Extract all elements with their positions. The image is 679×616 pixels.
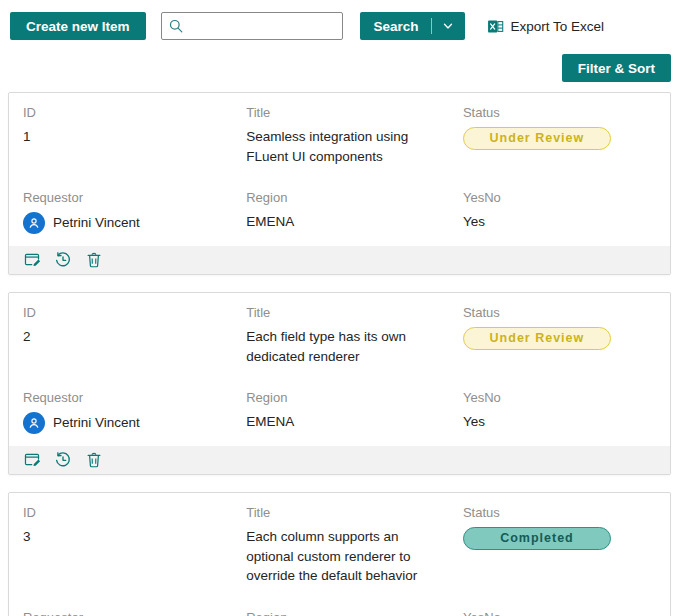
list-card: ID 2 Title Each field type has its own d…: [8, 292, 671, 475]
search-input[interactable]: [190, 13, 336, 39]
id-value: 2: [23, 327, 232, 347]
chevron-down-icon[interactable]: [441, 19, 455, 33]
edit-icon[interactable]: [21, 449, 43, 471]
edit-icon[interactable]: [21, 249, 43, 271]
status-label: Status: [463, 505, 656, 520]
requestor-label: Requestor: [23, 610, 232, 616]
person-icon: [23, 412, 45, 434]
id-label: ID: [23, 305, 232, 320]
card-row-1: ID 1 Title Seamless integration using FL…: [9, 93, 670, 166]
title-value: Seamless integration using FLuent UI com…: [246, 127, 449, 166]
card-row-1: ID 2 Title Each field type has its own d…: [9, 293, 670, 366]
card-row-2: Requestor Petrini Vincent Region EMENA Y…: [9, 378, 670, 446]
yesno-value: Yes: [463, 412, 656, 432]
toolbar: Create new Item Search: [0, 10, 679, 46]
search-icon: [168, 18, 184, 34]
search-button[interactable]: Search: [360, 12, 465, 40]
create-new-item-button[interactable]: Create new Item: [10, 12, 146, 40]
yesno-label: YesNo: [463, 610, 656, 616]
id-label: ID: [23, 105, 232, 120]
history-icon[interactable]: [52, 449, 74, 471]
title-value: Each field type has its own dedicated re…: [246, 327, 449, 366]
requestor-value: Petrini Vincent: [53, 213, 140, 233]
requestor-persona: Petrini Vincent: [23, 212, 232, 234]
yesno-value: Yes: [463, 212, 656, 232]
card-row-2: Requestor Petrini Vincent Region AOA Yes…: [9, 598, 670, 616]
region-label: Region: [246, 610, 449, 616]
requestor-label: Requestor: [23, 190, 232, 205]
list-page: Create new Item Search: [0, 0, 679, 616]
id-label: ID: [23, 505, 232, 520]
search-button-label: Search: [374, 19, 419, 34]
split-divider: [431, 18, 432, 34]
trash-icon[interactable]: [83, 249, 105, 271]
card-row-1: ID 3 Title Each column supports an optio…: [9, 493, 670, 586]
id-value: 1: [23, 127, 232, 147]
history-icon[interactable]: [52, 249, 74, 271]
yesno-label: YesNo: [463, 390, 656, 405]
title-label: Title: [246, 505, 449, 520]
title-value: Each column supports an optional custom …: [246, 527, 449, 586]
export-to-excel-label: Export To Excel: [511, 19, 605, 34]
yesno-label: YesNo: [463, 190, 656, 205]
status-badge: Completed: [463, 527, 611, 550]
title-label: Title: [246, 305, 449, 320]
person-icon: [23, 212, 45, 234]
status-badge: Under Review: [463, 127, 611, 150]
requestor-value: Petrini Vincent: [53, 413, 140, 433]
status-badge: Under Review: [463, 327, 611, 350]
title-label: Title: [246, 105, 449, 120]
region-label: Region: [246, 190, 449, 205]
region-label: Region: [246, 390, 449, 405]
list-card: ID 1 Title Seamless integration using FL…: [8, 92, 671, 275]
status-label: Status: [463, 105, 656, 120]
trash-icon[interactable]: [83, 449, 105, 471]
region-value: EMENA: [246, 212, 449, 232]
filter-row: Filter & Sort: [0, 46, 679, 92]
status-label: Status: [463, 305, 656, 320]
id-value: 3: [23, 527, 232, 547]
search-box[interactable]: [161, 12, 343, 40]
requestor-label: Requestor: [23, 390, 232, 405]
list-card: ID 3 Title Each column supports an optio…: [8, 492, 671, 616]
card-row-2: Requestor Petrini Vincent Region EMENA Y…: [9, 178, 670, 246]
region-value: EMENA: [246, 412, 449, 432]
card-footer: [9, 446, 670, 474]
export-to-excel-button[interactable]: Export To Excel: [487, 12, 605, 40]
filter-sort-button[interactable]: Filter & Sort: [562, 54, 671, 82]
requestor-persona: Petrini Vincent: [23, 412, 232, 434]
excel-icon: [487, 18, 504, 35]
card-footer: [9, 246, 670, 274]
